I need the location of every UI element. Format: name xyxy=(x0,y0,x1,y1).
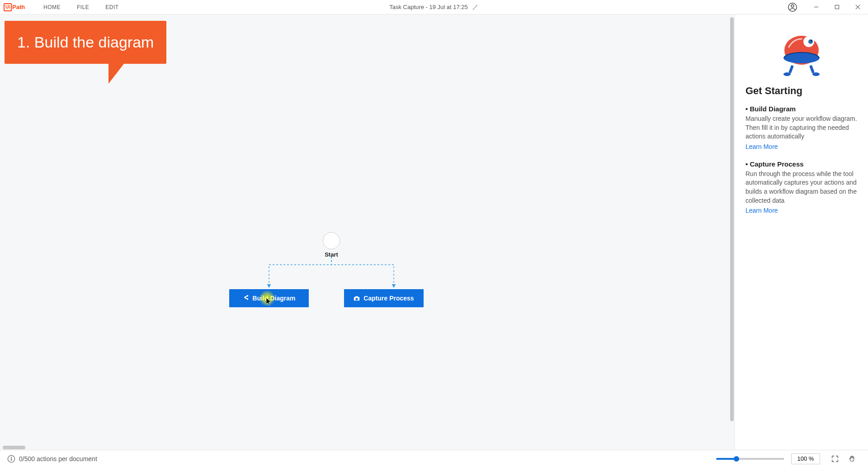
status-bar: 0/500 actions per document xyxy=(0,450,868,467)
svg-rect-17 xyxy=(11,458,12,460)
learn-more-build-link[interactable]: Learn More xyxy=(745,143,857,150)
side-section-build: • Build Diagram Manually create your wor… xyxy=(745,105,857,150)
svg-rect-11 xyxy=(788,65,794,74)
horizontal-scrollbar[interactable] xyxy=(3,445,25,450)
svg-point-10 xyxy=(811,40,812,42)
build-diagram-label: Build Diagram xyxy=(253,295,296,302)
menu-file[interactable]: FILE xyxy=(69,1,97,13)
svg-point-13 xyxy=(783,72,791,76)
menu-home[interactable]: HOME xyxy=(35,1,69,13)
svg-point-1 xyxy=(791,5,794,7)
capture-process-button[interactable]: Capture Process xyxy=(344,289,424,307)
section-capture-title: • Capture Process xyxy=(745,160,857,168)
zoom-slider[interactable] xyxy=(716,458,784,460)
close-button[interactable] xyxy=(847,0,868,14)
share-icon xyxy=(243,295,249,301)
account-icon[interactable] xyxy=(788,2,797,12)
capture-process-label: Capture Process xyxy=(363,295,414,302)
vertical-scrollbar-thumb[interactable] xyxy=(730,17,734,421)
menu-items: HOME FILE EDIT xyxy=(35,1,127,13)
logo-box: Ui xyxy=(4,3,12,11)
info-icon xyxy=(7,455,15,463)
svg-point-9 xyxy=(808,39,813,44)
pan-hand-icon[interactable] xyxy=(848,455,856,463)
side-panel-title: Get Starting xyxy=(745,85,857,97)
side-section-capture: • Capture Process Run through the proces… xyxy=(745,160,857,214)
side-panel: Get Starting • Build Diagram Manually cr… xyxy=(735,14,868,450)
camera-icon xyxy=(354,295,360,301)
fullscreen-icon[interactable] xyxy=(831,455,839,463)
start-node[interactable]: Start xyxy=(323,232,340,258)
svg-rect-12 xyxy=(809,65,815,74)
maximize-button[interactable] xyxy=(826,0,847,14)
canvas[interactable]: 1. Build the diagram Start Build Diagram xyxy=(0,14,735,450)
document-title-text: Task Capture - 19 Jul at 17:25 xyxy=(389,4,467,10)
svg-point-16 xyxy=(11,457,12,457)
robot-illustration xyxy=(774,25,829,80)
uipath-logo: UiPath xyxy=(4,3,26,11)
menu-edit[interactable]: EDIT xyxy=(97,1,127,13)
callout-text: 1. Build the diagram xyxy=(17,33,154,51)
main-area: 1. Build the diagram Start Build Diagram xyxy=(0,14,868,450)
zoom-input[interactable] xyxy=(791,453,820,464)
svg-rect-3 xyxy=(835,5,839,9)
horizontal-scrollbar-thumb[interactable] xyxy=(3,446,25,449)
learn-more-capture-link[interactable]: Learn More xyxy=(745,207,857,214)
window-controls xyxy=(788,0,868,14)
section-build-title: • Build Diagram xyxy=(745,105,857,113)
vertical-scrollbar[interactable] xyxy=(730,17,734,447)
section-capture-body: Run through the process while the tool a… xyxy=(745,170,857,205)
logo-text: Path xyxy=(12,4,25,10)
tutorial-callout: 1. Build the diagram xyxy=(5,21,166,64)
zoom-slider-handle[interactable] xyxy=(734,456,739,462)
section-build-body: Manually create your workflow diagram. T… xyxy=(745,114,857,141)
menu-bar: UiPath HOME FILE EDIT Task Capture - 19 … xyxy=(0,0,868,14)
actions-status: 0/500 actions per document xyxy=(19,455,97,462)
build-diagram-button[interactable]: Build Diagram xyxy=(229,289,309,307)
document-title: Task Capture - 19 Jul at 17:25 xyxy=(389,4,478,10)
start-label: Start xyxy=(323,251,340,258)
edit-title-icon[interactable] xyxy=(472,4,479,10)
minimize-button[interactable] xyxy=(806,0,826,14)
connector-lines xyxy=(229,257,434,289)
svg-point-14 xyxy=(812,72,820,76)
start-circle-icon xyxy=(323,232,340,249)
